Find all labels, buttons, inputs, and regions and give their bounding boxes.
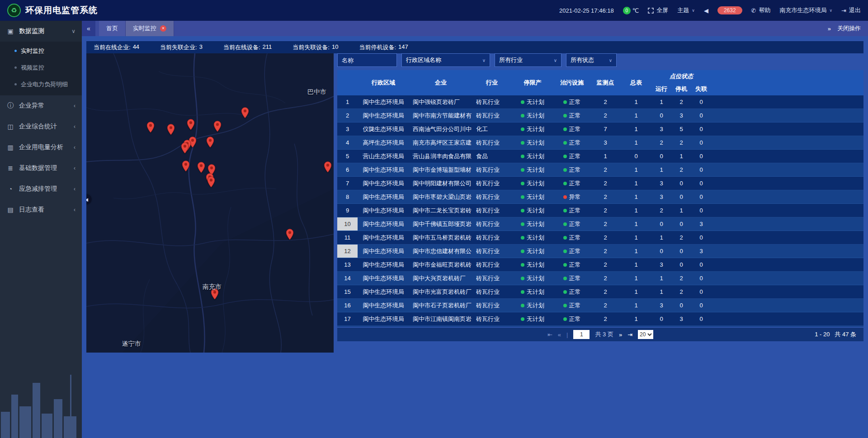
app-logo-icon: ♻ xyxy=(7,4,21,17)
table-row-1[interactable]: 1阆中生态环境局阆中强锐页岩砖厂砖瓦行业无计划正常21120 xyxy=(337,95,863,109)
map-pin-7[interactable] xyxy=(181,142,189,154)
map-pin-13[interactable] xyxy=(207,176,215,188)
cell-region: 阆中生态环境局 xyxy=(358,285,409,298)
organization-dropdown[interactable]: 南充市生态环境局 ∨ xyxy=(780,6,833,14)
sidebar-group-1[interactable]: ⓘ企业异常‹ xyxy=(0,95,82,116)
map-pin-15[interactable] xyxy=(286,229,294,240)
table-row-11[interactable]: 11阆中生态环境局阆中市五马桥页岩机砖砖瓦行业无计划正常21120 xyxy=(337,231,863,245)
cell-industry: 砖瓦行业 xyxy=(472,299,511,312)
table-row-10[interactable]: 10阆中生态环境局阆中千佛镇五郎垭页岩砖瓦行业无计划正常21003 xyxy=(337,217,863,231)
row-index: 3 xyxy=(337,122,358,136)
point-status-group-title: 点位状态 xyxy=(651,70,711,82)
facility-text: 正常 xyxy=(569,301,581,310)
table-row-12[interactable]: 12阆中生态环境局阆中市忠信建材有限公砖瓦行业无计划正常21003 xyxy=(337,245,863,258)
map-pin-8[interactable] xyxy=(206,137,214,148)
table-row-8[interactable]: 8阆中生态环境局阆中市枣碧大梁山页岩砖瓦行业无计划异常21300 xyxy=(337,190,863,204)
cell-stop: 0 xyxy=(671,258,691,271)
chevron-left-icon: ‹ xyxy=(74,165,75,171)
cell-offline: 0 xyxy=(691,177,711,190)
table-row-16[interactable]: 16阆中生态环境局阆中市石子页岩机砖厂砖瓦行业无计划正常21300 xyxy=(337,299,863,312)
map-pin-4[interactable] xyxy=(213,121,222,132)
tab-close-icon[interactable]: × xyxy=(160,25,166,32)
table-row-14[interactable]: 14阆中生态环境局阆中大兴页岩机砖厂砖瓦行业无计划正常21120 xyxy=(337,272,863,285)
sidebar-group-4[interactable]: ≣基础数据管理‹ xyxy=(0,158,82,179)
row-index: 13 xyxy=(337,258,358,271)
col-industry: 行业 xyxy=(472,70,511,95)
map-canvas[interactable]: ◀ xyxy=(86,53,334,353)
logout-button[interactable]: ⇥ 退出 xyxy=(841,6,861,14)
region-filter-select[interactable]: 行政区域名称 ∨ xyxy=(401,53,490,67)
last-page-icon[interactable]: ⇥ xyxy=(627,331,632,338)
row-index: 5 xyxy=(337,150,358,163)
sidebar-item-0-0[interactable]: 实时监控 xyxy=(0,42,82,59)
stat-label: 当前在线设备: xyxy=(223,43,260,52)
table-row-3[interactable]: 3仪陇生态环境局西南油气田分公司川中化工无计划正常71350 xyxy=(337,122,863,136)
map-pin-10[interactable] xyxy=(197,162,205,173)
sidebar-group-6[interactable]: ▤日志查看‹ xyxy=(0,199,82,220)
cell-limit: 无计划 xyxy=(511,312,554,325)
tab-0[interactable]: 首页 xyxy=(99,21,126,36)
cell-monitor-points: 7 xyxy=(590,122,621,136)
table-row-7[interactable]: 7阆中生态环境局阆中明阳建材有限公司砖瓦行业无计划正常21300 xyxy=(337,177,863,190)
cell-stop: 2 xyxy=(671,163,691,176)
message-count-badge[interactable]: 2632 xyxy=(717,6,742,14)
cell-run: 0 xyxy=(651,326,671,327)
theme-dropdown[interactable]: 主题 ∨ xyxy=(677,6,695,14)
map-pin-9[interactable] xyxy=(182,160,190,172)
row-index: 15 xyxy=(337,285,358,298)
sidebar-group-5[interactable]: ◔应急减排管理‹ xyxy=(0,179,82,199)
sidebar-group-0[interactable]: ▣数据监测∨ xyxy=(0,21,82,42)
message-arrow-icon[interactable]: ◀ xyxy=(704,7,708,14)
industry-filter-select[interactable]: 所有行业 ∨ xyxy=(495,53,561,67)
tab-1[interactable]: 实时监控× xyxy=(126,21,174,36)
status-dot-icon xyxy=(563,290,567,294)
map-pin-2[interactable] xyxy=(167,124,175,135)
stat-label: 当前失联企业: xyxy=(160,43,197,52)
status-dot-icon xyxy=(521,263,524,267)
first-page-icon[interactable]: ⇤ xyxy=(547,331,552,338)
name-filter-input[interactable] xyxy=(337,53,397,67)
page-number-input[interactable] xyxy=(573,330,590,339)
sidebar-group-3[interactable]: ▥企业用电量分析‹ xyxy=(0,137,82,158)
map-pin-1[interactable] xyxy=(146,122,155,133)
next-page-icon[interactable]: » xyxy=(619,331,622,338)
cell-filler xyxy=(711,312,863,325)
cell-offline: 0 xyxy=(691,150,711,163)
cell-region: 南部生态环境局 xyxy=(358,326,409,327)
page-size-select[interactable]: 20 xyxy=(638,330,653,339)
map-pin-14[interactable] xyxy=(324,161,332,173)
tabs-scroll-right-button[interactable]: » xyxy=(828,25,831,32)
status-filter-select[interactable]: 所有状态 ∨ xyxy=(566,53,617,67)
cell-industry: 建材行业 xyxy=(472,326,511,327)
table-row-2[interactable]: 2阆中生态环境局阆中市南方节能建材有砖瓦行业无计划正常21030 xyxy=(337,109,863,122)
table-row-9[interactable]: 9阆中生态环境局阆中市二龙长宝页岩砖砖瓦行业无计划正常21210 xyxy=(337,204,863,217)
map-pin-3[interactable] xyxy=(187,119,195,130)
cell-industry: 砖瓦行业 xyxy=(472,231,511,244)
cell-region: 阆中生态环境局 xyxy=(358,258,409,271)
sidebar-item-0-1[interactable]: 视频监控 xyxy=(0,59,82,76)
sidebar-submenu: 实时监控视频监控企业电力负荷明细 xyxy=(0,42,82,95)
status-dot-icon xyxy=(521,250,524,253)
tabbar-right: » 关闭操作 xyxy=(828,21,868,36)
table-row-17[interactable]: 17阆中生态环境局阆中市江南镇阆南页岩砖瓦行业无计划正常21030 xyxy=(337,312,863,326)
status-dot-icon xyxy=(521,127,524,131)
map-pin-0[interactable] xyxy=(241,107,249,118)
table-row-15[interactable]: 15阆中生态环境局阆中市光富页岩机砖厂砖瓦行业无计划正常21120 xyxy=(337,285,863,299)
table-row-5[interactable]: 5营山生态环境局营山县润丰肉食品有限食品无计划正常10010 xyxy=(337,150,863,163)
cell-stop: 3 xyxy=(671,312,691,325)
sidebar-group-2[interactable]: ◫企业综合统计‹ xyxy=(0,116,82,137)
table-row-6[interactable]: 6阆中生态环境局阆中市金博瑞新型墙材砖瓦行业无计划正常21120 xyxy=(337,163,863,177)
cell-total-meter: 1 xyxy=(621,245,651,258)
close-operations-button[interactable]: 关闭操作 xyxy=(837,24,861,33)
col-facility: 治污设施 xyxy=(554,70,590,95)
prev-page-icon[interactable]: « xyxy=(558,331,561,338)
help-button[interactable]: ✆ 帮助 xyxy=(751,6,771,14)
col-total: 总表 xyxy=(621,70,651,95)
sidebar-item-0-2[interactable]: 企业电力负荷明细 xyxy=(0,76,82,93)
fullscreen-button[interactable]: 全屏 xyxy=(648,6,668,14)
pagination-bar: ⇤ « | 共 3 页 » ⇥ 20 1 - 20 xyxy=(337,328,863,341)
tabs-scroll-left-button[interactable]: « xyxy=(82,21,95,36)
table-row-13[interactable]: 13阆中生态环境局阆中市金福旺页岩机砖砖瓦行业无计划正常21300 xyxy=(337,258,863,272)
table-row-18[interactable]: 18南部生态环境局南部县瑞华水泥有限公建材行业无计划正常21000 xyxy=(337,326,863,327)
table-row-4[interactable]: 4高坪生态环境局南充市高坪区王家店建砖瓦行业无计划正常31220 xyxy=(337,136,863,150)
